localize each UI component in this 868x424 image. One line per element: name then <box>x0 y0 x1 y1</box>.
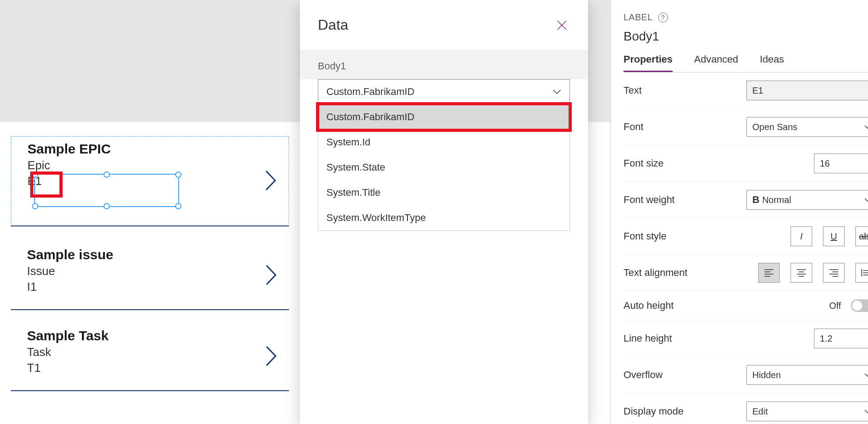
gallery-item-subtitle: Task <box>11 343 289 359</box>
chevron-right-icon[interactable] <box>264 169 278 194</box>
lineheight-input[interactable]: 1.2 <box>814 329 868 348</box>
properties-tabs: Properties Advanced Ideas <box>624 50 868 72</box>
prop-row-fontsize: Font size 16 <box>624 145 868 182</box>
prop-autoheight-label: Auto height <box>624 300 674 311</box>
align-justify-button[interactable] <box>855 263 868 283</box>
gallery-item-task[interactable]: Sample Task Task T1 <box>11 324 289 391</box>
canvas-area: Sample EPIC Epic E1 Sample issue <box>0 0 300 424</box>
control-name: Body1 <box>624 27 868 50</box>
overflow-select[interactable]: Hidden <box>746 365 868 385</box>
prop-text-label: Text <box>624 85 642 96</box>
prop-row-overflow: Overflow Hidden <box>624 357 868 393</box>
gallery-item-body[interactable]: E1 <box>11 172 289 188</box>
resize-handle[interactable] <box>175 203 181 209</box>
gallery-item-title: Sample Task <box>11 324 289 343</box>
dropdown-option-fabrikamid[interactable]: Custom.FabrikamID <box>318 104 570 130</box>
field-combo[interactable]: Custom.FabrikamID <box>318 79 570 104</box>
dropdown-option-systemid[interactable]: System.Id <box>318 130 570 155</box>
tab-properties[interactable]: Properties <box>624 50 673 72</box>
prop-displaymode-label: Display mode <box>624 406 683 417</box>
prop-row-fontweight: Font weight BNormal <box>624 182 868 218</box>
resize-handle[interactable] <box>32 203 38 209</box>
prop-fontweight-label: Font weight <box>624 194 675 206</box>
canvas-header <box>0 0 300 122</box>
text-input[interactable]: E1 <box>746 81 868 100</box>
chevron-right-icon[interactable] <box>265 345 278 369</box>
prop-row-font: Font Open Sans <box>624 109 868 145</box>
dropdown-option-workitemtype[interactable]: System.WorkItemType <box>318 205 570 230</box>
properties-panel: LABEL ? Body1 Properties Advanced Ideas … <box>610 0 868 424</box>
fontweight-select[interactable]: BNormal <box>746 190 868 210</box>
prop-overflow-label: Overflow <box>624 369 663 381</box>
autoheight-toggle[interactable] <box>851 299 868 312</box>
resize-handle[interactable] <box>104 203 110 209</box>
dropdown-option-systemtitle[interactable]: System.Title <box>318 180 570 205</box>
close-button[interactable] <box>556 19 568 32</box>
gallery-item-subtitle: Issue <box>11 262 289 278</box>
gallery-item-body: I1 <box>11 278 289 294</box>
fontsize-input[interactable]: 16 <box>814 153 868 173</box>
gallery-item-title: Sample EPIC <box>11 137 289 157</box>
prop-row-text: Text E1 <box>624 72 868 109</box>
panel-type-label: LABEL <box>624 12 653 23</box>
gallery-item-epic[interactable]: Sample EPIC Epic E1 <box>11 136 289 226</box>
chevron-right-icon[interactable] <box>265 264 278 288</box>
align-right-button[interactable] <box>823 263 845 283</box>
tab-advanced[interactable]: Advanced <box>694 50 738 72</box>
underline-button[interactable]: U <box>823 226 845 246</box>
chevron-down-icon <box>552 86 561 98</box>
data-panel: Data Body1 Custom.FabrikamID Custom.Fabr… <box>300 0 588 424</box>
help-icon[interactable]: ? <box>658 13 668 23</box>
italic-button[interactable]: I <box>791 226 812 246</box>
gallery-item-body: T1 <box>11 359 289 375</box>
prop-textalign-label: Text alignment <box>624 267 687 279</box>
prop-row-autoheight: Auto height Off <box>624 291 868 320</box>
dropdown-option-systemstate[interactable]: System.State <box>318 155 570 180</box>
data-panel-title: Data <box>318 17 348 33</box>
font-select[interactable]: Open Sans <box>746 117 868 137</box>
prop-row-textalign: Text alignment <box>624 255 868 291</box>
prop-row-lineheight: Line height 1.2 <box>624 320 868 357</box>
gallery-item-issue[interactable]: Sample issue Issue I1 <box>11 243 289 310</box>
strikethrough-button[interactable]: abc <box>855 226 868 246</box>
gallery-item-title: Sample issue <box>11 243 289 262</box>
prop-font-label: Font <box>624 121 643 133</box>
tab-ideas[interactable]: Ideas <box>760 50 784 72</box>
prop-row-displaymode: Display mode Edit <box>624 393 868 424</box>
data-section-label: Body1 <box>300 50 588 79</box>
prop-fontstyle-label: Font style <box>624 230 666 242</box>
autoheight-state: Off <box>829 301 841 311</box>
align-left-button[interactable] <box>758 263 780 283</box>
prop-fontsize-label: Font size <box>624 158 664 169</box>
prop-lineheight-label: Line height <box>624 333 672 344</box>
prop-row-fontstyle: Font style I U abc <box>624 218 868 255</box>
displaymode-select[interactable]: Edit <box>746 401 868 421</box>
gallery-item-subtitle: Epic <box>11 157 289 172</box>
field-dropdown: Custom.FabrikamID System.Id System.State… <box>318 104 570 231</box>
align-center-button[interactable] <box>791 263 812 283</box>
field-combo-value: Custom.FabrikamID <box>326 86 415 98</box>
